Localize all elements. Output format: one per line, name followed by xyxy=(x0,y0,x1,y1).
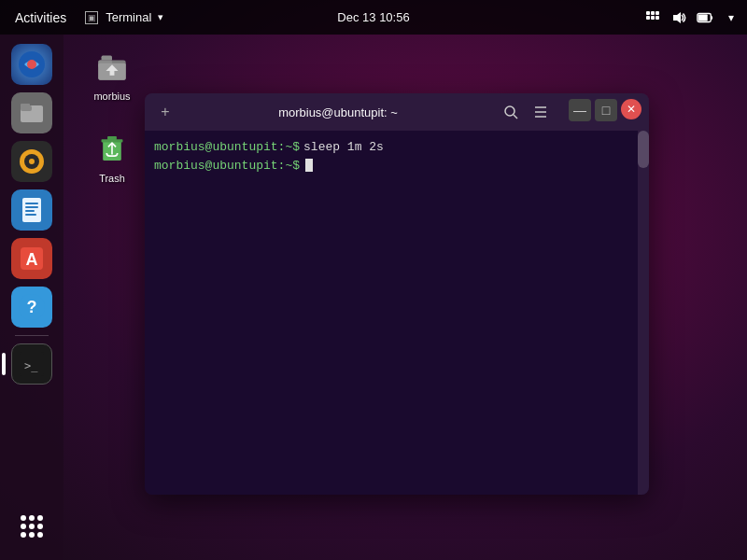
dock-item-rhythmbox[interactable] xyxy=(9,139,54,184)
terminal-title: morbius@ubuntupit: ~ xyxy=(186,105,490,119)
svg-text:A: A xyxy=(26,250,38,269)
svg-point-37 xyxy=(505,106,514,116)
terminal-body: morbius@ubuntupit:~$ sleep 1m 2s morbius… xyxy=(145,131,649,495)
svg-rect-33 xyxy=(110,71,115,76)
svg-rect-9 xyxy=(711,16,712,20)
search-button[interactable] xyxy=(498,99,524,125)
terminal-menu-label: Terminal xyxy=(106,10,151,24)
scrollbar-thumb xyxy=(638,131,649,168)
minimize-button[interactable]: — xyxy=(569,99,591,121)
apps-grid-icon xyxy=(21,515,43,538)
svg-rect-5 xyxy=(655,16,659,20)
terminal-content[interactable]: morbius@ubuntupit:~$ sleep 1m 2s morbius… xyxy=(145,131,638,495)
terminal-window: + morbius@ubuntupit: ~ — □ ✕ xyxy=(145,93,649,495)
network-icon[interactable] xyxy=(644,9,661,26)
svg-rect-22 xyxy=(25,214,36,216)
trash-folder-icon xyxy=(92,128,133,169)
dock-item-thunderbird[interactable] xyxy=(9,42,54,87)
dock: A ? >_ xyxy=(0,35,63,560)
svg-rect-0 xyxy=(646,11,650,15)
svg-rect-8 xyxy=(698,14,708,21)
svg-point-17 xyxy=(29,159,35,164)
terminal-titlebar: + morbius@ubuntupit: ~ — □ ✕ xyxy=(145,93,649,131)
activities-button[interactable]: Activities xyxy=(7,7,74,29)
dock-item-help[interactable]: ? xyxy=(9,285,54,329)
system-arrow-icon[interactable]: ▾ xyxy=(723,9,740,26)
svg-rect-19 xyxy=(25,203,38,204)
svg-rect-36 xyxy=(107,136,117,140)
battery-icon[interactable] xyxy=(697,9,713,26)
close-button[interactable]: ✕ xyxy=(621,99,641,119)
dock-item-terminal[interactable]: >_ xyxy=(9,342,54,386)
terminal-scrollbar[interactable] xyxy=(638,131,649,495)
svg-rect-14 xyxy=(21,104,30,108)
command-1: sleep 1m 2s xyxy=(303,138,384,157)
svg-text:>_: >_ xyxy=(24,359,38,372)
top-bar-right: ▾ xyxy=(644,9,740,26)
terminal-line-1: morbius@ubuntupit:~$ sleep 1m 2s xyxy=(154,138,628,157)
terminal-menu[interactable]: ▣ Terminal ▾ xyxy=(85,10,163,24)
menu-button[interactable] xyxy=(528,99,554,125)
prompt-1: morbius@ubuntupit:~$ xyxy=(154,138,300,157)
dock-item-apps-grid[interactable] xyxy=(9,504,54,549)
svg-rect-1 xyxy=(651,11,655,15)
top-bar-datetime: Dec 13 10:56 xyxy=(337,10,409,24)
dock-item-libreoffice[interactable] xyxy=(9,188,54,232)
svg-line-38 xyxy=(514,115,517,119)
volume-icon[interactable] xyxy=(670,9,687,26)
svg-rect-20 xyxy=(25,206,38,208)
home-folder-icon xyxy=(92,46,133,87)
desktop-icons-area: morbius Trash xyxy=(75,42,149,188)
dock-item-software-center[interactable]: A xyxy=(9,236,54,281)
terminal-menu-arrow: ▾ xyxy=(158,11,163,23)
svg-rect-21 xyxy=(25,210,35,212)
titlebar-controls: — □ ✕ xyxy=(498,99,641,125)
prompt-2: morbius@ubuntupit:~$ xyxy=(154,157,300,175)
desktop-icon-trash[interactable]: Trash xyxy=(75,124,149,188)
terminal-cursor xyxy=(305,159,313,172)
dock-item-files[interactable] xyxy=(9,91,54,135)
desktop-icon-home[interactable]: morbius xyxy=(75,42,149,105)
terminal-line-2: morbius@ubuntupit:~$ xyxy=(154,157,628,175)
maximize-button[interactable]: □ xyxy=(595,99,617,121)
svg-text:?: ? xyxy=(27,298,37,316)
svg-rect-3 xyxy=(646,16,650,20)
new-tab-button[interactable]: + xyxy=(152,99,178,125)
home-icon-label: morbius xyxy=(93,91,130,102)
top-bar-left: Activities ▣ Terminal ▾ xyxy=(7,7,163,29)
trash-icon-label: Trash xyxy=(99,173,125,184)
dock-separator xyxy=(15,335,49,336)
terminal-menu-icon: ▣ xyxy=(85,11,98,24)
svg-rect-2 xyxy=(655,11,659,15)
top-bar: Activities ▣ Terminal ▾ Dec 13 10:56 xyxy=(0,0,747,35)
svg-point-11 xyxy=(27,60,36,69)
svg-marker-6 xyxy=(673,12,681,23)
svg-rect-4 xyxy=(651,16,655,20)
